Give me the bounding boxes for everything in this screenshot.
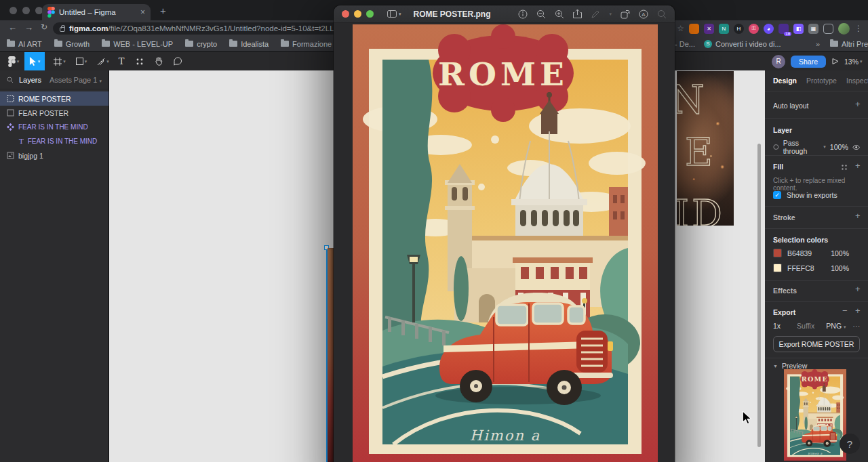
reload-icon[interactable]: ↻ — [41, 22, 47, 32]
browser-menu-icon[interactable]: ⋮ — [854, 24, 863, 33]
export-format-select[interactable]: PNG ▾ — [826, 322, 846, 330]
tab-inspect[interactable]: Inspect — [846, 77, 868, 85]
extension-icon[interactable]: N — [719, 24, 729, 34]
extension-icon[interactable]: H — [734, 24, 744, 34]
show-in-exports-checkbox[interactable]: ✓ — [773, 191, 781, 199]
profile-avatar[interactable] — [838, 23, 850, 35]
tab-prototype[interactable]: Prototype — [806, 77, 837, 85]
export-remove-icon[interactable]: − — [842, 308, 848, 314]
layer-row-fear-poster[interactable]: FEAR POSTER — [0, 106, 108, 120]
share-icon[interactable] — [573, 9, 582, 19]
browser-tab[interactable]: Untitled – Figma × — [42, 4, 151, 20]
preview-window[interactable]: ▾ ROME POSTER.png ▾ A — [334, 5, 675, 462]
puzzle-extensions-icon[interactable]: ▦ — [808, 24, 818, 34]
effects-add-icon[interactable]: + — [855, 286, 861, 293]
extension-icon[interactable]: 18 — [778, 24, 789, 34]
fill-styles-icon[interactable] — [841, 164, 848, 171]
window-close-button[interactable] — [342, 10, 349, 18]
canvas-scrollbar[interactable] — [757, 144, 761, 447]
new-tab-button[interactable]: + — [160, 5, 166, 16]
info-icon[interactable] — [518, 9, 528, 19]
layer-row-text[interactable]: T FEAR IS IN THE MIND — [0, 134, 108, 148]
forward-icon[interactable]: → — [24, 22, 33, 33]
tab-design[interactable]: Design — [773, 77, 797, 85]
shape-tool-button[interactable]: ▾ — [72, 52, 91, 70]
tab-close-icon[interactable]: × — [140, 7, 145, 17]
tab-layers[interactable]: Layers — [19, 76, 41, 84]
other-bookmarks-folder[interactable]: Altri Preferiti — [830, 40, 868, 48]
search-icon[interactable] — [7, 77, 14, 83]
back-icon[interactable]: ← — [8, 22, 17, 33]
stroke-add-icon[interactable]: + — [855, 213, 861, 219]
visibility-eye-icon[interactable] — [852, 144, 860, 150]
bookmark-item[interactable]: - De... — [675, 40, 695, 48]
pen-tool-button[interactable]: ▾ — [94, 52, 113, 70]
color-swatch[interactable] — [773, 249, 782, 257]
export-button[interactable]: Export ROME POSTER — [773, 336, 860, 352]
text-tool-button[interactable]: T — [114, 52, 129, 70]
rotate-icon[interactable] — [620, 9, 630, 19]
selection-color-row[interactable]: FFEFC8 100% — [773, 264, 849, 272]
blend-mode-icon[interactable] — [773, 144, 779, 150]
preview-window-titlebar[interactable]: ▾ ROME POSTER.png ▾ A — [334, 5, 675, 23]
bookmark-item[interactable]: WEB - LEVEL-UP — [102, 40, 173, 48]
page-selector[interactable]: Page 1 ▾ — [74, 76, 102, 84]
extension-icon[interactable]: ✕ — [704, 24, 714, 34]
extension-icon[interactable]: ⚿ — [749, 24, 759, 34]
extension-icon[interactable]: ◧ — [793, 24, 804, 34]
help-button[interactable]: ? — [840, 434, 860, 454]
blend-mode-value[interactable]: Pass through — [783, 139, 820, 155]
text-layer-icon: T — [19, 138, 24, 145]
search-icon[interactable] — [657, 9, 667, 19]
extensions-bar: ☆ ✕ N H ⚿ ◕ 18 ◧ ▦ ⋮ — [677, 22, 863, 35]
window-minimize-button[interactable] — [354, 10, 361, 18]
export-more-icon[interactable]: ⋯ — [853, 322, 861, 330]
markup-pen-icon[interactable] — [591, 9, 600, 19]
zoom-out-icon[interactable] — [536, 9, 546, 19]
comment-tool-button[interactable] — [170, 52, 186, 70]
bookmarks-overflow-icon[interactable]: » — [816, 40, 820, 48]
selection-color-row[interactable]: B64839 100% — [773, 249, 849, 257]
zoom-in-icon[interactable] — [555, 9, 564, 19]
sidebar-toggle-button[interactable]: ▾ — [387, 10, 401, 18]
bookmark-item[interactable]: Idealista — [229, 40, 269, 48]
avatar[interactable]: R — [772, 55, 785, 68]
fear-poster-object[interactable]: N E ID — [677, 71, 734, 226]
bookmark-star-icon[interactable]: ☆ — [677, 24, 684, 33]
present-icon[interactable] — [831, 58, 839, 65]
color-swatch[interactable] — [773, 264, 782, 272]
bookmark-item[interactable]: SConverti i video di... — [704, 40, 781, 48]
extension-icon[interactable]: ◕ — [764, 24, 774, 34]
auto-layout-add-icon[interactable]: + — [855, 101, 861, 108]
bookmark-item[interactable]: Growth — [54, 40, 90, 48]
export-add-icon[interactable]: + — [855, 308, 861, 314]
layer-opacity[interactable]: 100% — [830, 143, 848, 151]
resources-tool-button[interactable] — [132, 52, 148, 70]
frame-tool-button[interactable]: ▾ — [50, 52, 69, 70]
fill-add-icon[interactable]: + — [855, 163, 861, 169]
export-suffix-input[interactable]: Suffix — [797, 322, 814, 330]
layer-row-component[interactable]: FEAR IS IN THE MIND — [0, 120, 108, 134]
folder-icon — [830, 41, 838, 47]
hand-tool-button[interactable] — [151, 52, 167, 70]
zoom-chevron-icon[interactable]: ▾ — [860, 59, 863, 64]
layer-row-rome-poster[interactable]: ROME POSTER — [0, 91, 108, 106]
color-opacity: 100% — [831, 249, 849, 257]
bookmark-item[interactable]: AI ART — [7, 40, 42, 48]
figma-main-menu[interactable]: ▾ — [4, 52, 23, 70]
window-zoom-button[interactable] — [366, 10, 374, 18]
bookmark-item[interactable]: Formazione — [281, 40, 332, 48]
window-minimize-button[interactable] — [22, 7, 30, 14]
move-tool-button[interactable]: ▾ — [24, 52, 45, 70]
markup-chevron-icon[interactable]: ▾ — [609, 12, 612, 17]
layer-row-image[interactable]: bigjpg 1 — [0, 148, 108, 163]
tab-assets[interactable]: Assets — [50, 76, 72, 84]
bookmark-item[interactable]: crypto — [185, 40, 217, 48]
annotate-icon[interactable]: A — [639, 9, 648, 19]
sidepanel-icon[interactable] — [823, 24, 833, 34]
extension-icon[interactable] — [689, 24, 699, 34]
export-scale[interactable]: 1x — [773, 322, 781, 330]
zoom-level[interactable]: 13% — [844, 58, 859, 66]
share-button[interactable]: Share — [791, 56, 826, 68]
window-close-button[interactable] — [9, 7, 17, 14]
